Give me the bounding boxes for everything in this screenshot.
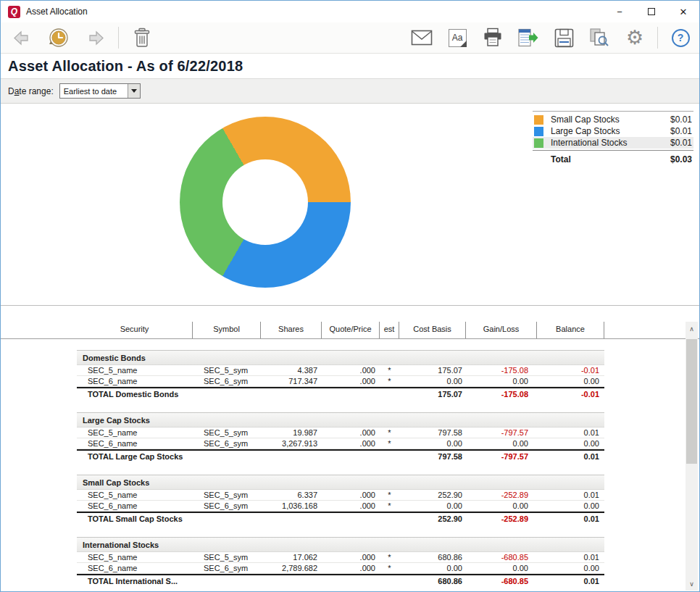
gain-loss-cell: 0.00 — [466, 563, 537, 573]
history-button[interactable] — [46, 25, 72, 50]
column-header-gain-loss[interactable]: Gain/Loss — [466, 322, 537, 338]
table-row[interactable]: SEC_5_name SEC_5_sym 4.387 .000 * 175.07… — [77, 365, 604, 376]
column-header-shares[interactable]: Shares — [261, 322, 322, 338]
group-large-cap-stocks: Large Cap Stocks SEC_5_name SEC_5_sym 19… — [77, 412, 604, 462]
balance-cell: -0.01 — [537, 365, 604, 375]
help-label: ? — [678, 32, 684, 43]
asset-allocation-window: Q Asset Allocation − ✕ — [0, 0, 700, 592]
date-range-select[interactable]: Earliest to date — [59, 83, 141, 99]
legend-swatch-international — [534, 138, 543, 148]
column-header-cost-basis[interactable]: Cost Basis — [399, 322, 466, 338]
maximize-button[interactable] — [636, 1, 667, 22]
font-size-icon: Aa — [449, 29, 467, 47]
column-header-est[interactable]: est — [380, 322, 399, 338]
gain-loss-cell: -252.89 — [466, 490, 537, 500]
cost-basis-cell: 0.00 — [399, 501, 466, 511]
column-header-symbol[interactable]: Symbol — [193, 322, 261, 338]
group-domestic-bonds: Domestic Bonds SEC_5_name SEC_5_sym 4.38… — [77, 350, 604, 400]
quote-cell: .000 — [322, 490, 380, 500]
est-cell: * — [380, 490, 399, 500]
back-button[interactable] — [9, 25, 36, 50]
symbol-cell: SEC_6_sym — [193, 438, 261, 449]
table-vertical-scrollbar[interactable]: ∧ ∨ — [686, 322, 698, 591]
total-label: TOTAL Large Cap Stocks — [77, 451, 399, 462]
envelope-icon — [411, 30, 433, 46]
minimize-button[interactable]: − — [604, 1, 636, 22]
column-header-quote-price[interactable]: Quote/Price — [322, 322, 380, 338]
quote-cell: .000 — [322, 552, 380, 562]
table-row[interactable]: SEC_5_name SEC_5_sym 6.337 .000 * 252.90… — [77, 490, 604, 501]
date-range-value: Earliest to date — [60, 87, 128, 96]
save-button[interactable] — [551, 25, 577, 50]
symbol-cell: SEC_6_sym — [193, 376, 261, 386]
balance-cell: 0.00 — [537, 501, 604, 511]
asset-allocation-donut-chart[interactable] — [180, 117, 351, 288]
gain-loss-cell: -175.08 — [466, 365, 537, 375]
cost-basis-cell: 175.07 — [399, 365, 466, 375]
cost-basis-cell: 680.86 — [399, 575, 466, 587]
security-cell: SEC_5_name — [77, 428, 193, 438]
legend-item[interactable]: International Stocks $0.01 — [533, 137, 693, 149]
legend-value: $0.01 — [670, 138, 692, 148]
chart-legend: Small Cap Stocks $0.01 Large Cap Stocks … — [533, 111, 693, 168]
est-cell: * — [380, 428, 399, 438]
security-cell: SEC_6_name — [77, 376, 193, 386]
forward-button[interactable] — [82, 25, 108, 50]
gain-loss-cell: -680.85 — [466, 552, 537, 562]
group-total-row: TOTAL Domestic Bonds 175.07 -175.08 -0.0… — [77, 387, 604, 400]
gain-loss-cell: 0.00 — [466, 376, 537, 386]
security-cell: SEC_5_name — [77, 490, 193, 500]
close-button[interactable]: ✕ — [667, 1, 699, 22]
table-row[interactable]: SEC_6_name SEC_6_sym 3,267.913 .000 * 0.… — [77, 438, 604, 449]
quote-cell: .000 — [322, 438, 380, 449]
group-total-row: TOTAL International S... 680.86 -680.85 … — [77, 574, 604, 587]
balance-cell: 0.01 — [537, 552, 604, 562]
export-button[interactable] — [515, 25, 541, 50]
cost-basis-cell: 680.86 — [399, 552, 466, 562]
print-preview-button[interactable] — [586, 25, 612, 50]
font-size-button[interactable]: Aa — [444, 25, 470, 50]
table-row[interactable]: SEC_6_name SEC_6_sym 1,036.168 .000 * 0.… — [77, 501, 604, 512]
quicken-logo-icon: Q — [8, 6, 20, 18]
scrollbar-up-arrow-icon[interactable]: ∧ — [686, 323, 698, 334]
balance-cell: 0.01 — [537, 428, 604, 438]
table-row[interactable]: SEC_6_name SEC_6_sym 2,789.682 .000 * 0.… — [77, 563, 604, 574]
cost-basis-cell: 0.00 — [399, 438, 466, 449]
legend-total-value: $0.03 — [670, 154, 692, 164]
combo-dropdown-button[interactable] — [128, 84, 140, 98]
preview-pages-icon — [589, 28, 609, 48]
toolbar-separator — [118, 27, 119, 49]
toolbar: Aa — [1, 22, 699, 54]
cost-basis-cell: 252.90 — [399, 513, 466, 525]
date-range-bar: Date range: Earliest to date — [1, 78, 699, 104]
symbol-cell: SEC_5_sym — [193, 365, 261, 375]
settings-button[interactable]: ⚙ — [622, 25, 648, 50]
scrollbar-thumb[interactable] — [686, 339, 697, 464]
legend-swatch-small-cap — [534, 115, 543, 125]
group-header: Domestic Bonds — [77, 350, 604, 365]
gain-loss-cell: -797.57 — [466, 428, 537, 438]
email-button[interactable] — [409, 25, 435, 50]
legend-item[interactable]: Small Cap Stocks $0.01 — [533, 114, 693, 125]
table-row[interactable]: SEC_6_name SEC_6_sym 717.347 .000 * 0.00… — [77, 376, 604, 387]
est-cell: * — [380, 365, 399, 375]
scrollbar-down-arrow-icon[interactable]: ∨ — [686, 578, 698, 589]
legend-item[interactable]: Large Cap Stocks $0.01 — [533, 125, 693, 137]
group-total-row: TOTAL Large Cap Stocks 797.58 -797.57 0.… — [77, 449, 604, 462]
gain-loss-cell: 0.00 — [466, 438, 537, 449]
print-button[interactable] — [480, 25, 506, 50]
report-header: Asset Allocation - As of 6/22/2018 — [1, 54, 699, 78]
table-row[interactable]: SEC_5_name SEC_5_sym 19.987 .000 * 797.5… — [77, 428, 604, 438]
gain-loss-cell: -252.89 — [466, 513, 537, 525]
column-header-security[interactable]: Security — [77, 322, 193, 338]
legend-label: Large Cap Stocks — [551, 126, 670, 136]
delete-button[interactable] — [129, 25, 155, 50]
group-header: International Stocks — [77, 537, 604, 552]
table-row[interactable]: SEC_5_name SEC_5_sym 17.062 .000 * 680.8… — [77, 552, 604, 563]
balance-cell: 0.00 — [537, 376, 604, 386]
cost-basis-cell: 175.07 — [399, 388, 466, 400]
legend-total-label: Total — [534, 154, 670, 164]
est-cell: * — [380, 376, 399, 386]
column-header-balance[interactable]: Balance — [537, 322, 604, 338]
help-button[interactable]: ? — [667, 25, 693, 50]
